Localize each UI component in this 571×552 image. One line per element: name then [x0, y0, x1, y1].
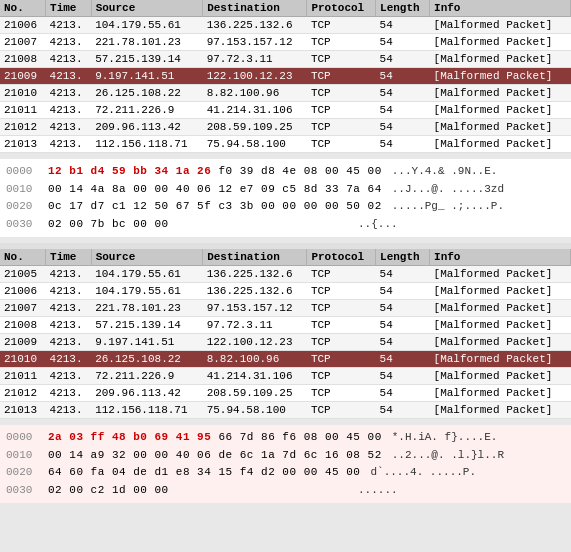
hex-highlight: 2a 03 ff 48 b0 69 41 95 — [48, 431, 211, 443]
table-row[interactable]: 210074213.221.78.101.2397.153.157.12TCP5… — [0, 34, 571, 51]
table-cell: [Malformed Packet] — [430, 402, 571, 419]
hex-dump-1: 000012 b1 d4 59 bb 34 1a 26 f0 39 d8 4e … — [0, 159, 571, 237]
table-row[interactable]: 210124213.209.96.113.42208.59.109.25TCP5… — [0, 119, 571, 136]
table-cell: 21008 — [0, 51, 46, 68]
table-cell: 8.82.100.96 — [203, 85, 307, 102]
table-cell: 122.100.12.23 — [203, 68, 307, 85]
table-cell: 21007 — [0, 34, 46, 51]
table-row[interactable]: 210134213.112.156.118.7175.94.58.100TCP5… — [0, 402, 571, 419]
table-row[interactable]: 210114213.72.211.226.941.214.31.106TCP54… — [0, 102, 571, 119]
table-cell: TCP — [307, 51, 376, 68]
table-cell: 97.153.157.12 — [203, 34, 307, 51]
table-cell: 4213. — [46, 334, 92, 351]
table-cell: 54 — [376, 317, 430, 334]
packet-table-1: No. Time Source Destination Protocol Len… — [0, 0, 571, 153]
table-cell: 21010 — [0, 85, 46, 102]
table-row[interactable]: 210054213.104.179.55.61136.225.132.6TCP5… — [0, 266, 571, 283]
table-cell: TCP — [307, 102, 376, 119]
col-header-dest: Destination — [203, 0, 307, 17]
table-cell: 21012 — [0, 385, 46, 402]
col-header-proto-2: Protocol — [307, 249, 376, 266]
hex-row: 00002a 03 ff 48 b0 69 41 95 66 7d 86 f6 … — [6, 429, 565, 446]
hex-offset: 0000 — [6, 163, 42, 180]
table-cell: 54 — [376, 119, 430, 136]
table-cell: 54 — [376, 402, 430, 419]
table-cell: 4213. — [46, 136, 92, 153]
table-cell: 9.197.141.51 — [91, 334, 203, 351]
hex-ascii: ...Y.4.& .9N..E. — [392, 163, 498, 180]
table-cell: 21011 — [0, 102, 46, 119]
table-cell: 4213. — [46, 402, 92, 419]
hex-row: 002064 60 fa 04 de d1 e8 34 15 f4 d2 00 … — [6, 464, 565, 481]
table-cell: 4213. — [46, 102, 92, 119]
col-header-no: No. — [0, 0, 46, 17]
table-cell: 4213. — [46, 17, 92, 34]
table-cell: TCP — [307, 334, 376, 351]
table-row[interactable]: 210074213.221.78.101.2397.153.157.12TCP5… — [0, 300, 571, 317]
col-header-info-2: Info — [430, 249, 571, 266]
table-cell: [Malformed Packet] — [430, 68, 571, 85]
table-cell: [Malformed Packet] — [430, 351, 571, 368]
table-cell: 21008 — [0, 317, 46, 334]
col-header-source: Source — [91, 0, 203, 17]
table-cell: 54 — [376, 266, 430, 283]
table-row[interactable]: 210064213.104.179.55.61136.225.132.6TCP5… — [0, 17, 571, 34]
hex-row: 00200c 17 d7 c1 12 50 67 5f c3 3b 00 00 … — [6, 198, 565, 215]
table-row[interactable]: 210134213.112.156.118.7175.94.58.100TCP5… — [0, 136, 571, 153]
table-cell: 208.59.109.25 — [203, 385, 307, 402]
col-header-no-2: No. — [0, 249, 46, 266]
hex-bytes: 00 14 a9 32 00 00 40 06 de 6c 1a 7d 6c 1… — [48, 447, 382, 464]
table-cell: 21006 — [0, 17, 46, 34]
hex-ascii: ..{... — [358, 216, 398, 233]
table-cell: [Malformed Packet] — [430, 385, 571, 402]
table-cell: 54 — [376, 85, 430, 102]
col-header-time: Time — [46, 0, 92, 17]
packet-list-table-1: No. Time Source Destination Protocol Len… — [0, 0, 571, 153]
hex-ascii: *.H.iA. f}....E. — [392, 429, 498, 446]
table-row[interactable]: 210104213.26.125.108.228.82.100.96TCP54[… — [0, 85, 571, 102]
table-cell: 54 — [376, 68, 430, 85]
table-cell: TCP — [307, 119, 376, 136]
table-row[interactable]: 210064213.104.179.55.61136.225.132.6TCP5… — [0, 283, 571, 300]
table-cell: 221.78.101.23 — [91, 300, 203, 317]
table-row[interactable]: 210084213.57.215.139.1497.72.3.11TCP54[M… — [0, 317, 571, 334]
table-cell: 72.211.226.9 — [91, 102, 203, 119]
hex-offset: 0010 — [6, 181, 42, 198]
table-cell: 54 — [376, 17, 430, 34]
table-cell: [Malformed Packet] — [430, 102, 571, 119]
table-cell: 26.125.108.22 — [91, 85, 203, 102]
col-header-proto: Protocol — [307, 0, 376, 17]
packet-list-table-2: No. Time Source Destination Protocol Len… — [0, 249, 571, 419]
hex-bytes: 2a 03 ff 48 b0 69 41 95 66 7d 86 f6 08 0… — [48, 429, 382, 446]
table-cell: 4213. — [46, 385, 92, 402]
table-cell: [Malformed Packet] — [430, 317, 571, 334]
table-row[interactable]: 210084213.57.215.139.1497.72.3.11TCP54[M… — [0, 51, 571, 68]
table-cell: 21009 — [0, 334, 46, 351]
table-row[interactable]: 210114213.72.211.226.941.214.31.106TCP54… — [0, 368, 571, 385]
table-cell: 75.94.58.100 — [203, 402, 307, 419]
hex-row: 001000 14 4a 8a 00 00 40 06 12 e7 09 c5 … — [6, 181, 565, 198]
table-cell: 41.214.31.106 — [203, 368, 307, 385]
table-cell: TCP — [307, 85, 376, 102]
table-cell: 21011 — [0, 368, 46, 385]
table-cell: 21005 — [0, 266, 46, 283]
table-cell: 97.72.3.11 — [203, 317, 307, 334]
hex-ascii: ..2...@. .l.}l..R — [392, 447, 504, 464]
hex-highlight: 12 b1 d4 59 bb 34 1a 26 — [48, 165, 211, 177]
table-row[interactable]: 210124213.209.96.113.42208.59.109.25TCP5… — [0, 385, 571, 402]
table-row[interactable]: 210094213.9.197.141.51122.100.12.23TCP54… — [0, 334, 571, 351]
table-row[interactable]: 210094213.9.197.141.51122.100.12.23TCP54… — [0, 68, 571, 85]
table-row[interactable]: 210104213.26.125.108.228.82.100.96TCP54[… — [0, 351, 571, 368]
table-cell: 54 — [376, 34, 430, 51]
table-cell: 104.179.55.61 — [91, 283, 203, 300]
table-cell: [Malformed Packet] — [430, 334, 571, 351]
table-cell: TCP — [307, 34, 376, 51]
table-cell: 21012 — [0, 119, 46, 136]
table-cell: 4213. — [46, 85, 92, 102]
table-cell: 75.94.58.100 — [203, 136, 307, 153]
hex-bytes: 02 00 7b bc 00 00 — [48, 216, 348, 233]
table-cell: 54 — [376, 283, 430, 300]
table-cell: TCP — [307, 68, 376, 85]
col-header-source-2: Source — [91, 249, 203, 266]
hex-bytes: 64 60 fa 04 de d1 e8 34 15 f4 d2 00 00 4… — [48, 464, 360, 481]
